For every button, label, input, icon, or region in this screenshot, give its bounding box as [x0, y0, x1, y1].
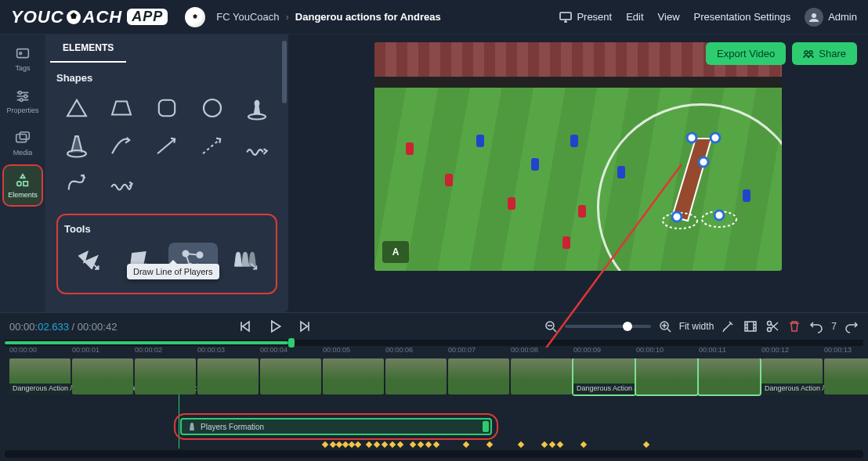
play-button[interactable]: [267, 319, 283, 334]
marker-track: [9, 440, 859, 448]
clip-thumb[interactable]: [72, 358, 133, 394]
breadcrumb-title: Dangerou actions for Andreas: [295, 11, 441, 23]
prev-frame-button[interactable]: [237, 319, 253, 334]
shape-squiggle-arrow[interactable]: [237, 129, 277, 162]
svg-point-29: [699, 157, 708, 167]
svg-point-30: [672, 212, 682, 221]
tool-draw-polygon[interactable]: [64, 243, 114, 279]
tags-icon: [14, 45, 31, 63]
clip-thumb[interactable]: [636, 358, 697, 394]
nav-elements[interactable]: Elements: [4, 166, 42, 205]
edit-menu[interactable]: Edit: [626, 11, 643, 23]
clip-thumb[interactable]: Dangerous Action / FC YouCoach 0 - Test …: [9, 358, 71, 394]
present-button[interactable]: Present: [559, 11, 612, 23]
tools-heading: Tools: [64, 223, 269, 235]
fit-width-button[interactable]: Fit width: [679, 321, 714, 332]
timeline: 00:00:02.633 / 00:00:42 Fit width: [0, 312, 868, 461]
shape-trapezoid[interactable]: [102, 92, 143, 124]
shape-spotlight[interactable]: [56, 129, 97, 162]
shape-arrow[interactable]: [146, 129, 187, 162]
shape-s-arrow[interactable]: [56, 167, 97, 200]
clip-thumb[interactable]: [260, 358, 321, 394]
svg-point-10: [19, 92, 22, 95]
svg-rect-4: [560, 13, 571, 20]
film-icon[interactable]: [743, 319, 758, 333]
svg-point-6: [805, 51, 808, 54]
zoom-out-icon[interactable]: [544, 320, 557, 333]
svg-point-27: [687, 133, 696, 142]
clip-thumb[interactable]: [385, 358, 447, 394]
svg-point-12: [20, 99, 23, 102]
trash-icon[interactable]: [787, 319, 801, 333]
svg-point-28: [711, 133, 720, 142]
clip-thumb[interactable]: [824, 358, 868, 394]
annotation-icon: [188, 422, 196, 431]
svg-rect-13: [16, 135, 27, 142]
svg-point-5: [812, 13, 816, 18]
annotation-resize-handle[interactable]: [483, 421, 489, 432]
svg-rect-8: [17, 49, 29, 58]
elements-icon: [14, 172, 31, 189]
nav-media[interactable]: Media: [4, 124, 42, 163]
tool-multi-players[interactable]: [221, 243, 270, 279]
share-button[interactable]: Share: [792, 42, 857, 65]
shape-dash-arrow[interactable]: [192, 129, 233, 162]
shape-squiggle[interactable]: [102, 167, 143, 200]
present-icon: [559, 12, 572, 23]
clip-track[interactable]: Dangerous Action / FC YouCoach 0 - Test …: [9, 358, 868, 398]
annotation-clip[interactable]: Players Formation: [180, 418, 492, 435]
svg-marker-24: [672, 139, 711, 221]
shape-triangle[interactable]: [56, 92, 97, 124]
progress-bar[interactable]: [5, 340, 863, 346]
nav-properties[interactable]: Properties: [4, 81, 42, 121]
media-icon: [14, 130, 31, 147]
action-bar: Export Video Share: [695, 34, 868, 70]
next-frame-button[interactable]: [297, 319, 313, 334]
svg-point-9: [20, 52, 22, 55]
clip-thumb[interactable]: Dangerous Action / FC Yout: [761, 358, 823, 394]
breadcrumb: FC YouCoach › Dangerou actions for Andre…: [216, 11, 440, 23]
video-frame[interactable]: A: [374, 42, 782, 271]
clip-thumb[interactable]: [323, 358, 384, 394]
app-logo: YOUC ACH APP: [11, 7, 168, 27]
redo-icon[interactable]: [844, 319, 859, 333]
svg-rect-16: [24, 182, 27, 186]
shape-rounded-square[interactable]: [146, 92, 187, 124]
clip-thumb[interactable]: [135, 358, 196, 394]
shape-person-spot[interactable]: [237, 92, 277, 124]
zoom-slider[interactable]: [565, 325, 651, 328]
shape-circle[interactable]: [192, 92, 233, 124]
shape-curve-arrow[interactable]: [102, 129, 143, 162]
svg-rect-17: [159, 100, 175, 116]
zoom-in-icon[interactable]: [659, 320, 671, 333]
svg-point-7: [809, 51, 812, 54]
share-icon: [803, 49, 814, 59]
clip-thumb[interactable]: [197, 358, 259, 394]
presentation-settings[interactable]: Presentation Settings: [694, 11, 791, 23]
broadcast-logo: A: [382, 241, 409, 263]
undo-icon[interactable]: [809, 319, 823, 333]
nav-tags[interactable]: Tags: [4, 39, 42, 78]
soccer-ball-icon: [66, 9, 81, 25]
shapes-grid: [56, 92, 277, 200]
chevron-right-icon: ›: [285, 11, 288, 23]
timeline-tracks[interactable]: Dangerous Action / FC YouCoach 0 - Test …: [0, 358, 868, 448]
svg-rect-14: [20, 132, 29, 139]
svg-point-18: [204, 99, 221, 117]
time-readout: 00:00:02.633 / 00:00:42: [9, 321, 117, 333]
user-menu[interactable]: Admin: [805, 8, 857, 27]
view-menu[interactable]: View: [658, 11, 680, 23]
effects-icon[interactable]: [722, 319, 736, 333]
clip-thumb[interactable]: [511, 358, 572, 394]
elements-tab[interactable]: ELEMENTS: [50, 34, 126, 63]
export-video-button[interactable]: Export Video: [706, 42, 786, 65]
annotation-label: Players Formation: [201, 423, 264, 431]
tool-tooltip: Draw Line of Players: [127, 264, 219, 279]
breadcrumb-org[interactable]: FC YouCoach: [216, 11, 279, 23]
clip-thumb[interactable]: [448, 358, 509, 394]
org-icon: [185, 7, 205, 27]
scissors-icon[interactable]: [765, 319, 779, 333]
timeline-scrollbar[interactable]: [5, 450, 863, 458]
clip-thumb[interactable]: [699, 358, 760, 394]
clip-thumb[interactable]: Dangerous Action / FC YouCoach 0 - Test …: [573, 358, 635, 394]
